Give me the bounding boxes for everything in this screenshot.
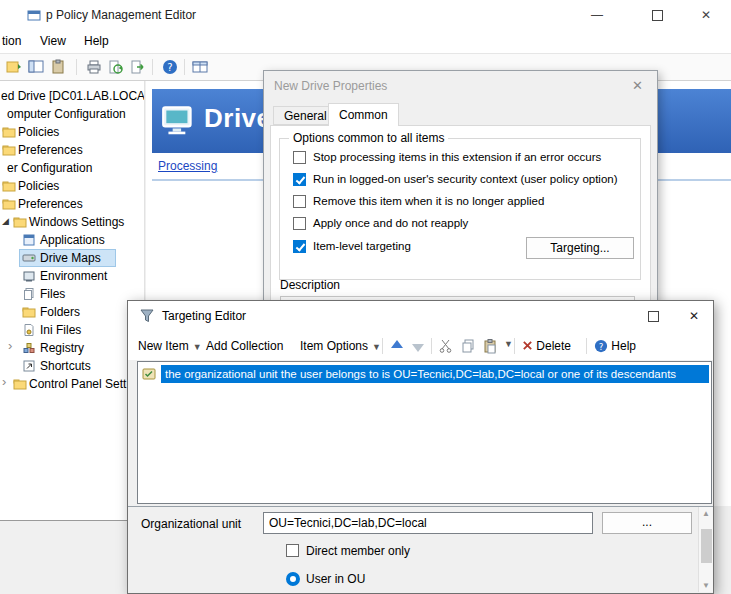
tree-item-policies-computer[interactable]: Policies [0,123,144,141]
tree-item-drive-maps[interactable]: Drive Maps [0,249,144,267]
tree-item-policies-user[interactable]: Policies [0,177,144,195]
organizational-unit-label: Organizational unit [141,517,241,531]
tree-item-user-configuration[interactable]: er Configuration [0,159,144,177]
tree-item-preferences-computer[interactable]: Preferences [0,141,144,159]
organizational-unit-input[interactable] [263,512,593,534]
print-icon[interactable] [86,59,102,75]
option-run-in-user-context[interactable]: Run in logged-on user's security context… [271,172,650,188]
files-icon [22,287,36,301]
targeting-button[interactable]: Targeting... [526,237,634,259]
groupbox-label: Options common to all items [289,131,448,145]
collapsed-arrow-icon[interactable]: › [8,338,12,353]
console-tree-icon[interactable] [28,59,44,75]
tree-item-mapped-drive-gpo[interactable]: ed Drive [DC01.LAB.LOCA [0,87,144,105]
toolbar-separator [76,59,77,75]
tree-item-control-panel-settings[interactable]: › Control Panel Sett [0,375,144,393]
details-separator [128,506,713,507]
tree-item-environment[interactable]: Environment [0,267,144,285]
list-item-selected[interactable]: the organizational unit the user belongs… [138,365,711,383]
tree-item-preferences-user[interactable]: Preferences [0,195,144,213]
console-tree: ed Drive [DC01.LAB.LOCA omputer Configur… [0,81,145,521]
description-label: Description [280,278,340,292]
new-item-button[interactable]: New Item▼ [138,335,202,357]
dropdown-caret-icon: ▼ [193,342,202,352]
checkbox-checked[interactable] [293,240,306,253]
tree-item-computer-configuration[interactable]: omputer Configuration [0,105,144,123]
drive-maps-icon [22,251,36,265]
maximize-button[interactable] [634,0,680,30]
browse-button[interactable]: ... [602,512,692,534]
processing-link[interactable]: Processing [158,159,217,173]
tree-item-shortcuts[interactable]: Shortcuts [0,357,144,375]
clipboard-icon[interactable] [50,59,66,75]
screen: p Policy Management Editor — ✕ tion View… [0,0,731,594]
scroll-up-icon[interactable]: ▲ [699,509,713,518]
expanded-arrow-icon[interactable]: ◢ [2,216,9,226]
radio-selected[interactable] [286,572,300,586]
export-list-icon[interactable] [130,59,146,75]
toolbar-separator [152,59,153,75]
move-up-icon[interactable] [389,338,405,354]
maximize-button[interactable] [633,301,673,332]
tree-item-folders[interactable]: Folders [0,303,144,321]
option-apply-once[interactable]: Apply once and do not reapply [271,216,650,232]
checkbox-unchecked[interactable] [293,151,306,164]
targeting-titlebar: Targeting Editor ✕ [128,301,713,332]
scroll-down-icon[interactable]: ▼ [699,581,713,590]
targeting-item-icon [142,367,156,381]
help-button[interactable]: ? Help [594,335,636,357]
close-button[interactable]: ✕ [683,0,729,30]
folder-icon [2,143,16,157]
tree-item-windows-settings[interactable]: ◢ Windows Settings [0,213,144,231]
tree-item-applications[interactable]: Applications [0,231,144,249]
close-button[interactable]: ✕ [632,78,643,93]
tree-item-registry[interactable]: › Registry [0,339,144,357]
folder-icon [2,179,16,193]
checkbox-unchecked[interactable] [293,217,306,230]
move-down-icon[interactable] [410,338,426,354]
checkbox-checked[interactable] [293,173,306,186]
minimize-button[interactable]: — [574,0,620,30]
folder-icon [13,377,27,391]
registry-icon [22,341,36,355]
menu-help[interactable]: Help [84,34,109,48]
close-button[interactable]: ✕ [674,301,714,332]
ini-files-icon [22,323,36,337]
window-icon[interactable] [6,59,22,75]
shortcuts-icon [22,359,36,373]
checkbox-unchecked[interactable] [286,544,299,557]
list-item-text: the organizational unit the user belongs… [161,365,709,383]
delete-button[interactable]: Delete [522,335,571,357]
option-stop-processing[interactable]: Stop processing items in this extension … [271,150,650,166]
tab-common[interactable]: Common [328,103,399,126]
collapsed-arrow-icon[interactable]: › [2,374,6,389]
paste-icon[interactable] [482,338,498,354]
drive-maps-header-icon [160,101,198,139]
copy-icon[interactable] [460,338,476,354]
menu-view[interactable]: View [40,34,66,48]
cut-icon[interactable] [438,338,454,354]
svg-text:?: ? [167,62,172,73]
dialog-title: New Drive Properties [274,79,387,93]
item-options-button[interactable]: Item Options▼ [300,335,381,357]
tree-item-ini-files[interactable]: Ini Files [0,321,144,339]
targeting-items-list[interactable]: the organizational unit the user belongs… [137,361,712,504]
toolbar-separator [586,338,587,354]
refresh-icon[interactable] [108,59,124,75]
tree-item-files[interactable]: Files [0,285,144,303]
funnel-icon [139,308,155,324]
toolbar-separator [184,59,185,75]
folder-icon [2,125,16,139]
option-remove-when-not-applied[interactable]: Remove this item when it is no longer ap… [271,194,650,210]
dropdown-caret-icon[interactable]: ▼ [504,339,513,349]
toolbar-separator [382,338,383,354]
menu-action[interactable]: tion [2,34,21,48]
help-icon[interactable]: ? [162,59,178,75]
checkbox-unchecked[interactable] [293,195,306,208]
scrollbar-thumb[interactable] [701,529,712,563]
folder-icon [2,197,16,211]
add-collection-button[interactable]: Add Collection [206,335,283,357]
common-tab-panel: Options common to all items Stop process… [270,125,651,325]
details-scrollbar[interactable]: ▲ ▼ [698,507,713,592]
columns-icon[interactable] [192,59,208,75]
